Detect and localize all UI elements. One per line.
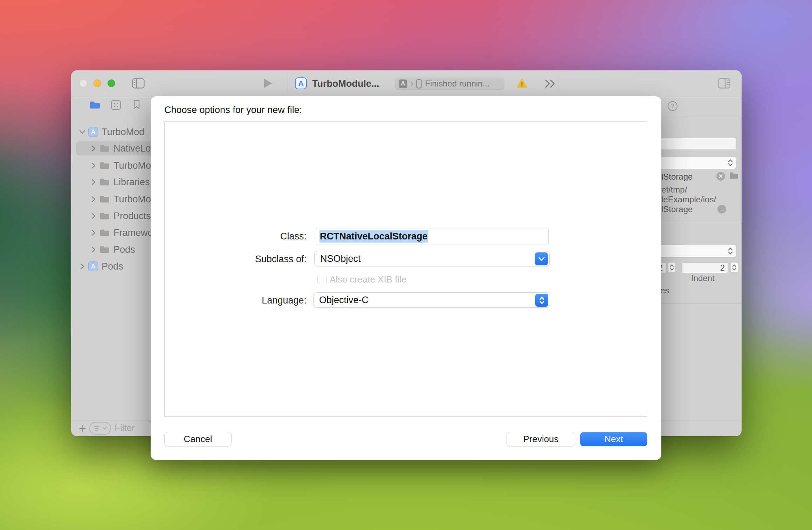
- filter-input[interactable]: Filter: [115, 423, 135, 433]
- run-button[interactable]: [263, 78, 273, 90]
- tree-row-label: TurboMo: [113, 160, 151, 171]
- inspector-file-name: lStorage: [661, 172, 693, 182]
- language-value: Objective-C: [319, 295, 369, 306]
- up-down-chevrons-icon: [728, 159, 733, 167]
- toggle-right-sidebar-button[interactable]: [718, 78, 730, 90]
- folder-icon: [99, 195, 110, 203]
- app-project-icon: A: [88, 127, 98, 137]
- chevron-right-icon[interactable]: [89, 246, 98, 253]
- inspector-partial-text: es: [660, 286, 669, 295]
- inspector-path-line: ef/tmp/: [661, 185, 687, 195]
- tab-width-stepper[interactable]: [668, 262, 676, 273]
- tree-row-label: TurboMod: [102, 127, 144, 138]
- x-square-icon: [111, 100, 121, 110]
- chevron-right-icon[interactable]: [89, 196, 98, 202]
- changes-navigator-tab[interactable]: [111, 100, 121, 111]
- stepper-icon: [670, 264, 674, 271]
- xib-checkbox[interactable]: [317, 275, 327, 284]
- close-window-button[interactable]: [80, 79, 87, 87]
- chevron-down-icon[interactable]: [78, 130, 87, 134]
- tree-row-label: Libraries: [113, 177, 150, 188]
- indent-width-value: 2: [720, 263, 725, 273]
- class-input[interactable]: RCTNativeLocalStorage: [316, 229, 549, 244]
- folder-icon: [729, 172, 739, 180]
- combo-dropdown-button[interactable]: [535, 252, 548, 265]
- chevron-right-icon[interactable]: [89, 162, 98, 169]
- bookmark-icon: [133, 100, 140, 110]
- cancel-button[interactable]: Cancel: [164, 432, 232, 446]
- minimize-window-button[interactable]: [94, 79, 101, 87]
- tree-row-label: TurboMo: [113, 194, 151, 205]
- chevron-right-icon[interactable]: [89, 179, 98, 185]
- sidebar-left-icon: [132, 78, 145, 89]
- play-icon: [263, 78, 273, 89]
- subclass-label: Subclass of:: [151, 254, 307, 265]
- next-button[interactable]: Next: [580, 432, 647, 446]
- class-label: Class:: [151, 231, 307, 242]
- indent-label: Indent: [691, 273, 715, 283]
- tree-row-label: Pods: [113, 244, 135, 255]
- status-app-icon: A: [399, 79, 407, 88]
- tree-row-label: NativeLo: [113, 143, 151, 154]
- bookmark-navigator-tab[interactable]: [133, 100, 140, 111]
- clear-icon[interactable]: ✕: [716, 172, 725, 181]
- scheme-title[interactable]: TurboModule...: [312, 78, 379, 89]
- inspector-path-line: leExample/ios/: [661, 195, 716, 204]
- choose-folder-button[interactable]: [729, 172, 739, 181]
- folder-icon: [99, 245, 110, 254]
- sidebar-right-icon: [718, 78, 730, 89]
- folder-icon: [99, 212, 110, 220]
- iphone-icon: [416, 79, 422, 89]
- dialog-content-box: [164, 121, 647, 417]
- help-button[interactable]: ?: [668, 101, 677, 111]
- add-button[interactable]: +: [79, 421, 86, 436]
- dialog-title: Choose options for your new file:: [164, 105, 302, 116]
- xib-checkbox-label: Also create XIB file: [330, 274, 407, 285]
- inspector-path-line: lStorage: [661, 204, 693, 214]
- popup-stepper-button[interactable]: [535, 294, 548, 307]
- folder-icon: [99, 161, 110, 170]
- warnings-button[interactable]: [517, 78, 527, 90]
- chevron-right-icon[interactable]: [89, 145, 98, 152]
- chevron-right-icon[interactable]: [89, 213, 98, 219]
- status-text: Finished runnin...: [425, 79, 489, 89]
- up-down-chevrons-icon: [728, 247, 733, 255]
- folder-icon: [99, 144, 110, 153]
- language-label: Language:: [151, 295, 307, 306]
- overflow-toolbar-button[interactable]: [544, 79, 556, 90]
- chevron-right-icon[interactable]: [78, 263, 87, 270]
- tree-row-label: Products: [113, 211, 151, 222]
- activity-status-pill[interactable]: A › Finished runnin...: [395, 78, 504, 90]
- tree-row-label: Pods: [102, 261, 123, 272]
- subclass-value: NSObject: [320, 253, 361, 264]
- up-down-chevrons-icon: [539, 296, 545, 305]
- open-arrow-icon[interactable]: →: [717, 205, 726, 214]
- tree-row-label: Framewo: [113, 228, 153, 238]
- project-navigator-tab[interactable]: [89, 100, 101, 111]
- indent-width-stepper[interactable]: [730, 262, 738, 273]
- indent-width-field[interactable]: 2: [681, 263, 728, 273]
- folder-icon: [99, 229, 110, 237]
- filter-options-button[interactable]: [89, 422, 111, 435]
- previous-button[interactable]: Previous: [507, 432, 575, 446]
- chevron-down-icon: [102, 427, 107, 430]
- filter-lines-icon: [94, 426, 101, 431]
- language-popup[interactable]: Objective-C: [313, 292, 550, 308]
- chevron-down-icon: [538, 257, 545, 261]
- stepper-icon: [732, 264, 736, 271]
- subclass-combo[interactable]: NSObject: [314, 251, 550, 266]
- toggle-left-sidebar-button[interactable]: [132, 78, 145, 90]
- chevron-right-icon: ›: [411, 79, 413, 88]
- double-chevron-right-icon: [544, 79, 556, 88]
- folder-icon: [99, 178, 110, 186]
- folder-icon: [89, 100, 101, 110]
- titlebar: A TurboModule... A › Finished runnin...: [71, 70, 742, 96]
- chevron-right-icon[interactable]: [89, 230, 98, 236]
- class-input-value: RCTNativeLocalStorage: [319, 230, 428, 243]
- warning-icon: [517, 78, 527, 88]
- app-project-icon: A: [88, 261, 98, 271]
- zoom-window-button[interactable]: [108, 79, 115, 87]
- scheme-app-icon[interactable]: A: [295, 77, 307, 89]
- new-file-options-dialog: Choose options for your new file: Class:…: [151, 96, 661, 460]
